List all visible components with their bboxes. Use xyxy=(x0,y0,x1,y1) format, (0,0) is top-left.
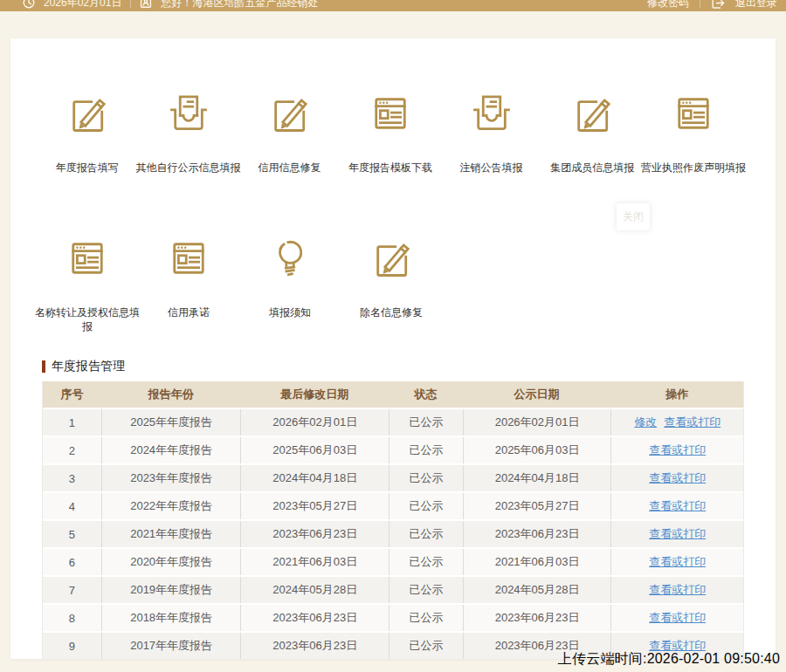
shortcut-row-2: 名称转让及授权信息填报 信用承诺 填报须知 除名信息修复 xyxy=(37,236,744,333)
cell-seq: 9 xyxy=(43,633,101,659)
status-text: 已公示 xyxy=(389,409,463,435)
logout-icon[interactable] xyxy=(711,0,725,10)
cell-pub: 2026年02月01日 xyxy=(463,409,611,435)
cell-pub: 2024年04月18日 xyxy=(463,465,611,491)
edit-pencil-icon xyxy=(369,236,414,285)
status-text: 已公示 xyxy=(389,465,463,491)
shortcut-filing-instructions[interactable]: 填报须知 xyxy=(239,236,341,333)
cell-pub: 2023年06月23日 xyxy=(463,605,611,631)
cell-pub: 2021年06月03日 xyxy=(463,549,611,575)
status-text: 已公示 xyxy=(389,549,463,575)
shortcut-license-void-statement[interactable]: 营业执照作废声明填报 xyxy=(643,91,744,175)
cell-year: 2022年年度报告 xyxy=(101,493,241,519)
form-browser-icon xyxy=(166,236,211,285)
table-header-row: 序号 报告年份 最后修改日期 状态 公示日期 操作 xyxy=(43,381,743,408)
cell-year: 2021年年度报告 xyxy=(101,521,241,547)
shortcut-credit-repair[interactable]: 信用信息修复 xyxy=(239,91,341,175)
topbar-greeting: 您好！海港区培皓五金产品经销处 xyxy=(161,0,318,10)
shortcut-label: 营业执照作废声明填报 xyxy=(641,161,746,175)
cell-year: 2018年年度报告 xyxy=(101,605,241,631)
cell-mod: 2025年06月03日 xyxy=(240,437,389,463)
cell-seq: 2 xyxy=(43,437,101,463)
cell-mod: 2023年06月23日 xyxy=(240,633,389,659)
form-browser-icon xyxy=(368,91,413,140)
section-title: 年度报告管理 xyxy=(52,359,125,374)
shortcut-label: 信用信息修复 xyxy=(258,161,321,175)
view-print-link[interactable]: 查看或打印 xyxy=(649,610,706,626)
cell-seq: 1 xyxy=(43,409,101,435)
view-print-link[interactable]: 查看或打印 xyxy=(649,526,706,542)
shortcut-label: 年度报告填写 xyxy=(56,161,119,175)
status-text: 已公示 xyxy=(389,521,463,547)
topbar-divider xyxy=(130,0,131,8)
shortcut-label: 名称转让及授权信息填报 xyxy=(31,305,143,333)
view-print-link[interactable]: 查看或打印 xyxy=(649,582,706,598)
table-row: 8 2018年年度报告 2023年06月23日 已公示 2023年06月23日 … xyxy=(43,603,743,631)
shortcut-row-1: 年度报告填写 其他自行公示信息填报 信用信息修复 年度报告模板下载 xyxy=(37,91,744,175)
view-print-link[interactable]: 查看或打印 xyxy=(649,470,706,486)
cell-year: 2020年年度报告 xyxy=(101,549,241,575)
col-header-modified: 最后修改日期 xyxy=(240,381,389,408)
view-print-link[interactable]: 查看或打印 xyxy=(664,415,720,430)
shortcut-label: 注销公告填报 xyxy=(460,161,523,175)
cell-mod: 2023年06月23日 xyxy=(240,521,389,547)
shortcut-template-download[interactable]: 年度报告模板下载 xyxy=(340,91,441,175)
modify-link[interactable]: 修改 xyxy=(634,415,657,430)
shortcut-annual-report-fill[interactable]: 年度报告填写 xyxy=(37,91,138,175)
cell-seq: 7 xyxy=(43,577,101,603)
status-text: 已公示 xyxy=(389,437,463,463)
table-row: 5 2021年年度报告 2023年06月23日 已公示 2023年06月23日 … xyxy=(43,519,743,547)
clock-icon xyxy=(23,0,35,9)
cell-mod: 2021年06月03日 xyxy=(240,549,389,575)
cell-year: 2019年年度报告 xyxy=(101,577,241,603)
edit-pencil-icon xyxy=(65,91,110,140)
shortcut-cancellation-notice[interactable]: 注销公告填报 xyxy=(441,91,542,175)
shortcut-label: 其他自行公示信息填报 xyxy=(136,161,241,175)
status-text: 已公示 xyxy=(389,493,463,519)
shortcut-name-transfer-auth[interactable]: 名称转让及授权信息填报 xyxy=(37,236,138,333)
view-print-link[interactable]: 查看或打印 xyxy=(649,498,706,514)
cell-mod: 2026年02月01日 xyxy=(240,409,389,435)
shortcut-credit-commitment[interactable]: 信用承诺 xyxy=(138,236,239,333)
cell-year: 2025年年度报告 xyxy=(101,409,241,435)
col-header-published: 公示日期 xyxy=(463,381,611,408)
shortcut-label: 除名信息修复 xyxy=(360,305,423,319)
table-row: 1 2025年年度报告 2026年02月01日 已公示 2026年02月01日 … xyxy=(43,408,743,435)
user-badge-icon xyxy=(140,0,152,9)
view-print-link[interactable]: 查看或打印 xyxy=(649,554,706,570)
topbar: 2026年02月01日 您好！海港区培皓五金产品经销处 修改密码 退出登录 xyxy=(0,0,786,11)
col-header-status: 状态 xyxy=(389,381,463,408)
edit-pencil-icon xyxy=(569,91,615,140)
section-marker xyxy=(42,360,45,373)
cell-mod: 2024年04月18日 xyxy=(240,465,389,491)
table-row: 2 2024年年度报告 2025年06月03日 已公示 2025年06月03日 … xyxy=(43,435,743,463)
shortcut-delisting-repair[interactable]: 除名信息修复 xyxy=(341,236,442,333)
annual-report-table: 序号 报告年份 最后修改日期 状态 公示日期 操作 1 2025年年度报告 20… xyxy=(42,381,744,660)
cell-pub: 2023年05月27日 xyxy=(463,493,611,519)
table-row: 7 2019年年度报告 2024年05月28日 已公示 2024年05月28日 … xyxy=(43,575,743,603)
cell-year: 2017年年度报告 xyxy=(101,633,241,659)
table-row: 4 2022年年度报告 2023年05月27日 已公示 2023年05月27日 … xyxy=(43,491,743,519)
shortcut-label: 信用承诺 xyxy=(168,305,210,319)
status-text: 已公示 xyxy=(389,605,463,631)
shortcut-label: 年度报告模板下载 xyxy=(348,161,432,175)
cell-seq: 5 xyxy=(43,521,101,547)
shortcut-group-member-fill[interactable]: 集团成员信息填报 xyxy=(541,91,643,175)
topbar-divider xyxy=(700,0,700,8)
shortcut-label: 集团成员信息填报 xyxy=(550,161,634,175)
cell-mod: 2023年05月27日 xyxy=(240,493,389,519)
inbox-document-icon xyxy=(166,91,211,140)
section-header: 年度报告管理 xyxy=(42,359,739,374)
edit-pencil-icon xyxy=(266,91,312,140)
lightbulb-icon xyxy=(267,236,313,285)
cell-mod: 2024年05月28日 xyxy=(240,577,389,603)
status-text: 已公示 xyxy=(389,633,463,659)
cell-year: 2024年年度报告 xyxy=(101,437,241,463)
col-header-seq: 序号 xyxy=(43,381,101,408)
change-password-button[interactable]: 修改密码 xyxy=(647,0,689,10)
shortcut-other-publicity-fill[interactable]: 其他自行公示信息填报 xyxy=(138,91,239,175)
view-print-link[interactable]: 查看或打印 xyxy=(649,442,706,458)
main-card: 年度报告填写 其他自行公示信息填报 信用信息修复 年度报告模板下载 xyxy=(10,38,776,659)
cell-mod: 2023年06月23日 xyxy=(240,605,389,631)
logout-button[interactable]: 退出登录 xyxy=(735,0,777,10)
